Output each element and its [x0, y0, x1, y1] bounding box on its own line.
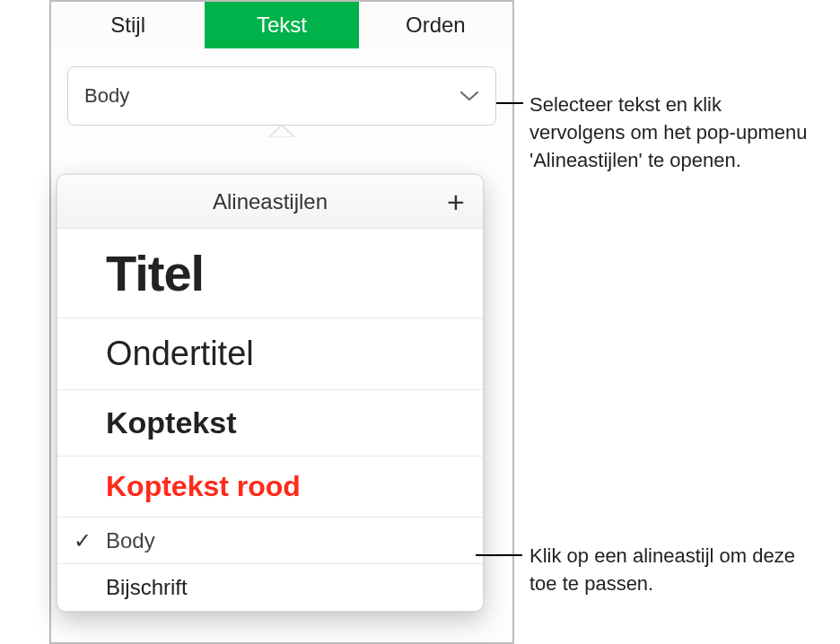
style-label: Koptekst	[106, 405, 236, 440]
svg-marker-0	[269, 126, 294, 137]
chevron-down-icon	[459, 90, 479, 102]
style-option-koptekst[interactable]: Koptekst	[57, 390, 483, 457]
style-label: Bijschrift	[106, 575, 188, 600]
popup-title-text: Alineastijlen	[213, 189, 328, 214]
popup-title: Alineastijlen +	[57, 175, 483, 229]
tab-style[interactable]: Stijl	[51, 2, 205, 48]
style-label: Ondertitel	[106, 335, 254, 373]
callout-open-menu: Selecteer tekst en klik vervolgens om he…	[529, 91, 817, 174]
tab-text[interactable]: Tekst	[205, 2, 358, 48]
check-icon: ✓	[74, 528, 92, 553]
tab-order[interactable]: Orden	[359, 2, 512, 48]
paragraph-style-selector-wrap: Body	[51, 48, 512, 126]
style-label: Titel	[106, 244, 204, 302]
callout-line-1	[496, 102, 523, 104]
paragraph-style-current: Body	[84, 84, 129, 108]
style-option-bijschrift[interactable]: Bijschrift	[57, 564, 483, 611]
popup-pointer-icon	[269, 125, 294, 137]
style-label: Body	[106, 528, 155, 553]
callout-line-2	[476, 554, 522, 556]
style-label: Koptekst rood	[106, 470, 301, 503]
style-option-ondertitel[interactable]: Ondertitel	[57, 318, 483, 390]
style-option-body[interactable]: ✓ Body	[57, 518, 483, 564]
style-option-koptekst-rood[interactable]: Koptekst rood	[57, 457, 483, 518]
inspector-tabs: Stijl Tekst Orden	[51, 2, 512, 48]
add-style-button[interactable]: +	[440, 186, 472, 218]
style-option-titel[interactable]: Titel	[57, 229, 483, 318]
callout-apply-style: Klik op een alineastijl om deze toe te p…	[529, 543, 817, 598]
paragraph-styles-popup: Alineastijlen + Titel Ondertitel Kopteks…	[57, 174, 484, 612]
paragraph-style-selector[interactable]: Body	[67, 66, 496, 126]
